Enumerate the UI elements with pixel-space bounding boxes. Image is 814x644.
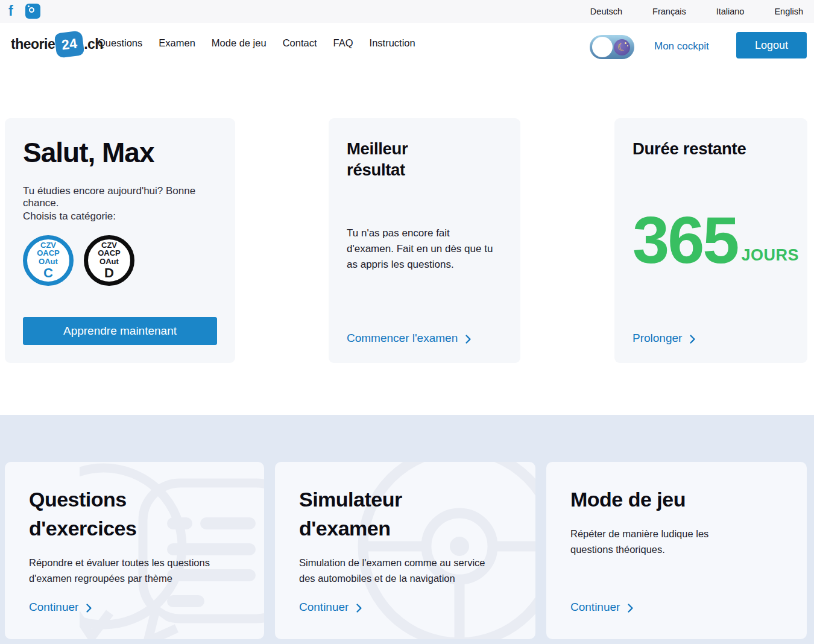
page: f Deutsch Français Italiano English theo… [0, 0, 814, 644]
category-label: Choisis ta catégorie: [23, 210, 116, 223]
greeting-title: Salut, Max [23, 136, 154, 169]
category-letter: D [104, 266, 114, 280]
chevron-right-icon [356, 603, 362, 613]
category-line: OACP [37, 249, 60, 257]
feature-card-simulator: Simulateur d'examen Simulation de l'exam… [275, 462, 535, 639]
category-line: CZV [101, 241, 117, 250]
feature-body: Simulation de l'examen comme au service … [299, 555, 501, 586]
duration-title: Durée restante [633, 138, 746, 159]
category-line: OACP [98, 249, 121, 257]
best-result-card: Meilleur résultat Tu n'as pas encore fai… [329, 118, 520, 363]
star-icon [627, 45, 628, 46]
main-header: theorie 24 .ch Questions Examen Mode de … [0, 23, 814, 70]
continue-link-exercises[interactable]: Continuer [29, 601, 92, 614]
social-links: f [8, 3, 40, 19]
logo-text-pre: theorie [11, 36, 55, 52]
main-nav: Questions Examen Mode de jeu Contact FAQ… [98, 37, 415, 49]
category-line: OAut [39, 257, 58, 266]
prolong-link[interactable]: Prolonger [633, 332, 696, 345]
feature-card-exercises: Questions d'exercices Répondre et évalue… [5, 462, 264, 639]
prolong-label: Prolonger [633, 332, 682, 345]
lang-italiano[interactable]: Italiano [716, 7, 745, 16]
lang-francais[interactable]: Français [652, 7, 686, 16]
days-unit: JOURS [742, 246, 800, 270]
top-bar: f Deutsch Français Italiano English [0, 0, 814, 23]
moon-icon: ☾ [614, 39, 630, 55]
category-line: CZV [40, 241, 56, 250]
nav-item-contact[interactable]: Contact [283, 37, 317, 49]
mon-cockpit-link[interactable]: Mon cockpit [654, 40, 709, 52]
chevron-right-icon [465, 334, 472, 344]
facebook-icon[interactable]: f [8, 3, 13, 19]
category-circle-c[interactable]: CZV OACP OAut C [23, 235, 74, 286]
category-line: OAut [99, 257, 119, 266]
continue-link-simulator[interactable]: Continuer [299, 601, 362, 614]
continue-label: Continuer [570, 601, 620, 614]
lang-english[interactable]: English [774, 7, 803, 16]
chevron-right-icon [627, 603, 634, 613]
category-letter: C [43, 266, 53, 280]
star-icon [625, 42, 626, 44]
days-remaining: 365 JOURS [633, 210, 799, 270]
instagram-icon[interactable] [25, 4, 40, 19]
feature-title: Mode de jeu [570, 485, 769, 514]
continue-link-game-mode[interactable]: Continuer [570, 601, 634, 614]
start-exam-label: Commencer l'examen [347, 332, 458, 345]
logout-button[interactable]: Logout [736, 32, 807, 58]
nav-item-examen[interactable]: Examen [159, 37, 195, 49]
greeting-card: Salut, Max Tu étudies encore aujourd'hui… [5, 118, 235, 363]
best-result-title: Meilleur résultat [347, 138, 449, 180]
learn-now-button[interactable]: Apprendre maintenant [23, 317, 217, 345]
instagram-lens-icon [29, 7, 34, 13]
best-result-body: Tu n'as pas encore fait d'examen. Fait e… [347, 226, 499, 273]
nav-item-faq[interactable]: FAQ [333, 37, 353, 49]
dark-mode-toggle[interactable]: ☾ [590, 35, 634, 59]
start-exam-link[interactable]: Commencer l'examen [347, 332, 472, 345]
chevron-right-icon [86, 603, 92, 613]
feature-body: Répéter de manière ludique les questions… [570, 526, 751, 557]
instagram-dot-icon [28, 5, 30, 7]
logo[interactable]: theorie 24 .ch [11, 32, 103, 57]
feature-title: Questions d'exercices [29, 485, 228, 543]
continue-label: Continuer [299, 601, 349, 614]
feature-title: Simulateur d'examen [299, 485, 498, 543]
duration-card: Durée restante 365 JOURS Prolonger [614, 118, 807, 363]
logo-badge: 24 [54, 30, 85, 58]
continue-label: Continuer [29, 601, 78, 614]
lang-deutsch[interactable]: Deutsch [590, 7, 622, 16]
nav-item-mode-de-jeu[interactable]: Mode de jeu [212, 37, 267, 49]
category-selector: CZV OACP OAut C CZV OACP OAut D [23, 235, 134, 286]
nav-item-instruction[interactable]: Instruction [370, 37, 415, 49]
category-circle-d[interactable]: CZV OACP OAut D [84, 235, 134, 286]
feature-body: Répondre et évaluer toutes les questions… [29, 555, 210, 586]
toggle-knob [592, 37, 613, 57]
greeting-subtitle: Tu étudies encore aujourd'hui? Bonne cha… [23, 185, 225, 209]
language-switcher: Deutsch Français Italiano English [590, 0, 803, 23]
nav-item-questions[interactable]: Questions [98, 37, 142, 49]
feature-card-game-mode: Mode de jeu Répéter de manière ludique l… [546, 462, 807, 639]
chevron-right-icon [689, 334, 696, 344]
days-value: 365 [633, 210, 738, 270]
